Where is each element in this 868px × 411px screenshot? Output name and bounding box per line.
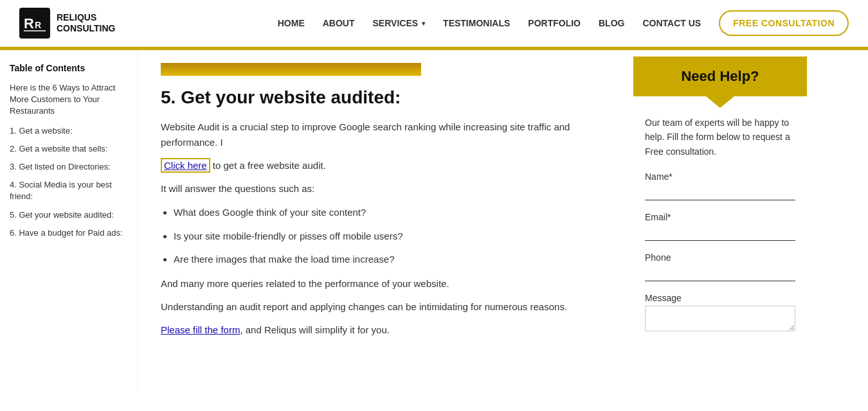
nav-contact[interactable]: CONTACT US bbox=[642, 18, 701, 28]
header: R R RELIQUS CONSULTING HOME ABOUT SERVIC… bbox=[0, 0, 868, 47]
logo: R R RELIQUS CONSULTING bbox=[19, 8, 116, 39]
questions-intro: It will answer the questions such as: bbox=[161, 181, 604, 197]
questions-list: What does Google think of your site cont… bbox=[174, 206, 604, 267]
name-label: Name* bbox=[645, 171, 795, 182]
list-item-1: What does Google think of your site cont… bbox=[174, 206, 604, 220]
phone-field: Phone bbox=[645, 252, 795, 281]
understanding-paragraph: Understanding an audit report and applyi… bbox=[161, 299, 604, 315]
need-help-description: Our team of experts will be happy to hel… bbox=[645, 116, 795, 159]
right-sidebar: Need Help? Our team of experts will be h… bbox=[627, 50, 813, 390]
page-body: Table of Contents Here is the 6 Ways to … bbox=[0, 50, 868, 390]
nav-services[interactable]: SERVICES ▾ bbox=[373, 18, 426, 28]
email-label: Email* bbox=[645, 212, 795, 222]
name-field: Name* bbox=[645, 171, 795, 200]
toc-item-1[interactable]: 1. Get a website: bbox=[10, 125, 125, 137]
phone-input[interactable] bbox=[645, 265, 795, 281]
need-help-body: Our team of experts will be happy to hel… bbox=[633, 96, 807, 351]
please-paragraph: Please fill the form, and Reliqus will s… bbox=[161, 322, 604, 338]
message-field: Message bbox=[645, 293, 795, 333]
main-nav: HOME ABOUT SERVICES ▾ TESTIMONIALS PORTF… bbox=[278, 10, 849, 36]
email-input[interactable] bbox=[645, 225, 795, 241]
please-fill-form-link[interactable]: Please fill the form bbox=[161, 324, 240, 335]
nav-testimonials[interactable]: TESTIMONIALS bbox=[443, 18, 510, 28]
nav-blog[interactable]: BLOG bbox=[599, 18, 624, 28]
click-here-link[interactable]: Click here bbox=[161, 158, 210, 173]
click-here-paragraph: Click here to get a free website audit. bbox=[161, 158, 604, 173]
email-field: Email* bbox=[645, 212, 795, 241]
nav-about[interactable]: ABOUT bbox=[323, 18, 355, 28]
message-label: Message bbox=[645, 293, 795, 303]
need-help-header: Need Help? bbox=[633, 57, 807, 96]
message-input[interactable] bbox=[645, 306, 795, 331]
logo-icon: R R bbox=[19, 8, 50, 39]
svg-text:R: R bbox=[35, 20, 41, 30]
list-item-2: Is your site mobile-friendly or pisses o… bbox=[174, 229, 604, 244]
nav-portfolio[interactable]: PORTFOLIO bbox=[528, 18, 581, 28]
toc-item-5[interactable]: 5. Get your website audited: bbox=[10, 209, 125, 221]
list-item-3: Are there images that make the load time… bbox=[174, 252, 604, 267]
nav-home[interactable]: HOME bbox=[278, 18, 305, 28]
intro-paragraph: Website Audit is a crucial step to impro… bbox=[161, 119, 604, 150]
section-title: 5. Get your website audited: bbox=[161, 87, 604, 108]
toc-title: Table of Contents bbox=[10, 63, 125, 73]
sidebar: Table of Contents Here is the 6 Ways to … bbox=[0, 50, 138, 390]
logo-text: RELIQUS CONSULTING bbox=[57, 12, 116, 34]
need-help-box: Need Help? Our team of experts will be h… bbox=[633, 57, 807, 351]
free-consultation-button[interactable]: FREE CONSULTATION bbox=[719, 10, 849, 36]
toc-item-4[interactable]: 4. Social Media is your best friend: bbox=[10, 179, 125, 202]
name-input[interactable] bbox=[645, 184, 795, 200]
toc-item-6[interactable]: 6. Have a budget for Paid ads: bbox=[10, 227, 125, 239]
need-help-title: Need Help? bbox=[681, 68, 759, 84]
toc-item-3[interactable]: 3. Get listed on Directories: bbox=[10, 161, 125, 173]
main-content: 5. Get your website audited: Website Aud… bbox=[138, 50, 627, 390]
toc-intro: Here is the 6 Ways to Attract More Custo… bbox=[10, 82, 125, 118]
svg-text:R: R bbox=[24, 15, 34, 31]
toc-item-2[interactable]: 2. Get a website that sells: bbox=[10, 143, 125, 155]
more-queries-paragraph: And many more queries related to the per… bbox=[161, 276, 604, 292]
image-strip bbox=[161, 63, 421, 76]
phone-label: Phone bbox=[645, 252, 795, 263]
chevron-down-icon: ▾ bbox=[422, 20, 425, 27]
